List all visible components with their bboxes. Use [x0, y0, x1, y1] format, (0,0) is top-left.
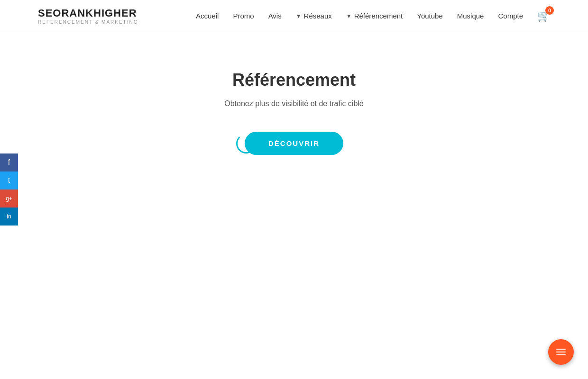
facebook-icon: f	[8, 158, 10, 167]
cart-badge: 0	[545, 6, 554, 15]
referencement-chevron-icon: ▼	[346, 13, 352, 19]
page-title: Référencement	[232, 70, 356, 90]
nav-promo[interactable]: Promo	[233, 12, 254, 20]
main-nav: Accueil Promo Avis ▼ Réseaux ▼ Référence…	[196, 10, 550, 22]
nav-musique[interactable]: Musique	[457, 12, 484, 20]
discover-button[interactable]: DÉCOUVRIR	[245, 132, 343, 155]
social-google-btn[interactable]: g+	[0, 190, 18, 208]
header: SEORANKHIGHER REFÉRENCEMENT & MARKETING …	[0, 0, 588, 32]
social-sidebar: f t g+ in	[0, 153, 18, 226]
nav-reseaux[interactable]: ▼ Réseaux	[296, 12, 332, 20]
twitter-icon: t	[8, 176, 10, 185]
menu-icon	[556, 349, 566, 355]
logo-subtitle: REFÉRENCEMENT & MARKETING	[38, 19, 138, 25]
cart-button[interactable]: 🛒 0	[537, 10, 550, 22]
logo-title: SEORANKHIGHER	[38, 7, 138, 19]
nav-referencement[interactable]: ▼ Référencement	[346, 12, 403, 20]
linkedin-icon: in	[7, 213, 11, 220]
logo: SEORANKHIGHER REFÉRENCEMENT & MARKETING	[38, 7, 138, 25]
social-twitter-btn[interactable]: t	[0, 171, 18, 190]
page-subtitle: Obtenez plus de visibilité et de trafic …	[224, 99, 363, 108]
nav-avis[interactable]: Avis	[268, 12, 282, 20]
nav-compte[interactable]: Compte	[498, 12, 523, 20]
social-facebook-btn[interactable]: f	[0, 153, 18, 171]
chat-button[interactable]	[548, 339, 574, 365]
nav-accueil[interactable]: Accueil	[196, 12, 219, 20]
main-content: Référencement Obtenez plus de visibilité…	[0, 32, 588, 174]
social-linkedin-btn[interactable]: in	[0, 208, 18, 226]
google-icon: g+	[6, 195, 12, 202]
nav-youtube[interactable]: Youtube	[417, 12, 443, 20]
reseaux-chevron-icon: ▼	[296, 13, 302, 19]
